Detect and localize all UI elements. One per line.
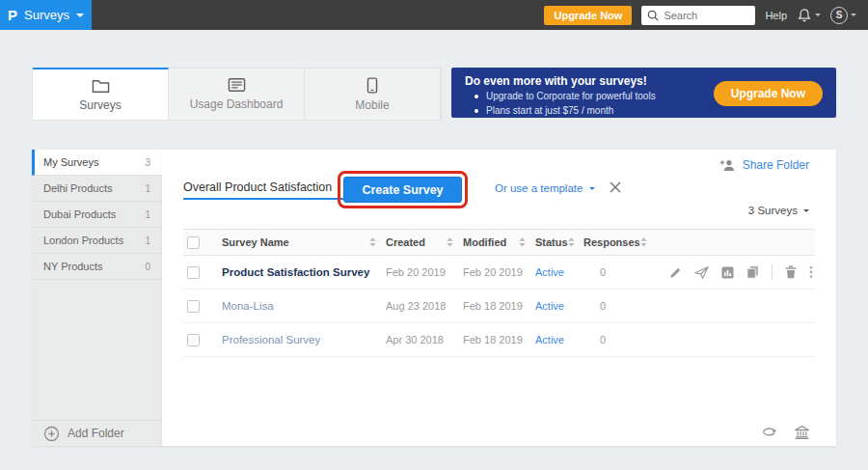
survey-row-product-satisfaction-survey: Product Satisfaction Survey Feb 20 2019 … [183,256,815,290]
notifications-button[interactable] [797,8,821,23]
survey-name-link[interactable]: Professional Survey [222,334,386,346]
folder-name: Dubai Products [43,208,116,220]
archive-icon[interactable] [795,426,809,439]
chevron-down-icon [851,14,856,16]
tab-mobile[interactable]: Mobile [305,69,441,120]
tab-usage-dashboard[interactable]: Usage Dashboard [169,69,305,120]
use-template-label: Or use a template [495,182,583,194]
upgrade-now-button[interactable]: Upgrade Now [544,6,632,25]
status-link[interactable]: Active [535,334,583,346]
copy-icon[interactable] [746,265,759,279]
survey-name-link[interactable]: Product Satisfaction Survey [222,266,386,278]
sort-icon[interactable] [447,237,453,247]
app-switcher[interactable]: P Surveys [0,0,92,30]
created-date: Apr 30 2018 [386,334,463,346]
sort-icon[interactable] [640,237,647,247]
help-link[interactable]: Help [765,10,787,21]
topbar: P Surveys Upgrade Now Help S [0,0,868,30]
column-header[interactable]: Responses [583,236,651,248]
column-header[interactable]: Status [535,236,583,248]
proprofs-logo-icon: P [8,8,17,22]
select-all-checkbox[interactable] [187,236,200,249]
survey-name-input[interactable] [183,177,355,200]
edit-icon[interactable] [669,266,682,279]
modified-date: Feb 18 2019 [463,334,535,346]
create-survey-button[interactable]: Create Survey [343,177,462,203]
survey-row-mona-lisa: Mona-Lisa Aug 23 2018 Feb 18 2019 Active… [183,290,815,323]
surveys-count-label: 3 Surveys [748,205,798,216]
folder-name: NY Products [43,261,103,272]
chevron-down-icon [76,14,84,17]
column-header[interactable]: Modified [463,236,535,248]
survey-row-professional-survey: Professional Survey Apr 30 2018 Feb 18 2… [183,323,815,357]
close-creator-button[interactable] [609,180,622,194]
surveys-count-dropdown[interactable]: 3 Surveys [748,205,809,216]
account-menu[interactable]: S [830,7,856,24]
reports-icon[interactable] [721,266,734,279]
surveys-panel: Create Survey Or use a template Share Fo… [162,150,836,446]
folder-sidebar: My Surveys 3 Delhi Products 1 Dubai Prod… [32,150,162,446]
add-folder-label: Add Folder [68,427,124,440]
responses-count: 0 [583,300,622,312]
search-box[interactable] [641,6,755,25]
app-screen: P Surveys Upgrade Now Help S [0,0,868,470]
folder-count: 1 [145,183,150,194]
column-header[interactable]: Created [386,236,463,248]
sort-icon[interactable] [369,237,376,247]
table-header-row: Survey Name Created Modified [183,229,815,256]
restore-icon[interactable] [762,427,777,438]
survey-name-link[interactable]: Mona-Lisa [222,300,386,312]
add-circle-icon [43,426,60,442]
share-person-icon [719,158,736,172]
folder-name: My Surveys [43,156,98,168]
created-date: Aug 23 2018 [386,300,463,312]
responses-count: 0 [583,266,622,278]
row-checkbox[interactable] [187,300,200,313]
folder-item-my-surveys[interactable]: My Surveys 3 [32,150,162,176]
trash-icon[interactable] [785,265,797,279]
surveys-table: Survey Name Created Modified [183,229,815,357]
tab-strip: Surveys Usage Dashboard Mobile [32,68,442,121]
folder-count: 0 [145,262,150,272]
folder-count: 1 [145,235,150,246]
share-folder-label: Share Folder [743,158,809,172]
status-link[interactable]: Active [535,300,583,312]
row-checkbox[interactable] [187,334,200,346]
share-folder-button[interactable]: Share Folder [719,158,809,172]
use-template-dropdown[interactable]: Or use a template [495,182,595,194]
status-link[interactable]: Active [535,266,583,278]
add-folder-button[interactable]: Add Folder [32,420,162,446]
folder-item-dubai-products[interactable]: Dubai Products 1 [32,202,162,228]
avatar: S [830,7,848,24]
folder-icon [92,78,110,94]
header-checkbox-cell [183,236,222,249]
sort-icon[interactable] [568,237,575,247]
folder-item-delhi-products[interactable]: Delhi Products 1 [32,176,162,202]
folder-item-london-products[interactable]: London Products 1 [32,228,162,254]
banner-upgrade-button[interactable]: Upgrade Now [714,81,823,106]
search-icon [647,10,659,21]
search-input[interactable] [664,10,749,21]
responses-count: 0 [583,334,622,346]
tab-surveys[interactable]: Surveys [33,68,169,120]
sort-icon[interactable] [519,237,526,247]
more-icon[interactable] [809,265,813,279]
row-checkbox[interactable] [187,266,200,279]
modified-date: Feb 20 2019 [463,266,535,278]
app-name: Surveys [24,8,69,22]
folder-count: 1 [145,209,150,220]
column-header[interactable]: Survey Name [222,236,386,248]
folder-count: 3 [145,157,150,168]
actions-divider [772,264,773,280]
chevron-down-icon [815,14,821,16]
topbar-right: Upgrade Now Help S [544,0,868,30]
folder-item-ny-products[interactable]: NY Products 0 [32,254,162,280]
bell-icon [797,8,812,23]
send-icon[interactable] [694,266,709,279]
created-date: Feb 20 2019 [386,266,463,278]
upgrade-banner: Do even more with your surveys! Upgrade … [451,68,836,118]
folder-name: Delhi Products [43,182,113,194]
chevron-down-icon [589,187,595,190]
mobile-icon [366,77,378,94]
folder-name: London Products [43,235,123,246]
